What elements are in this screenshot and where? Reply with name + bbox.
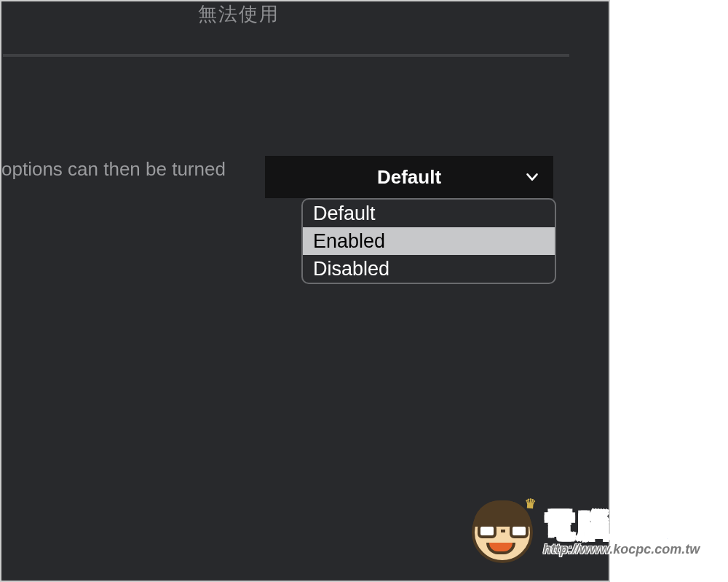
watermark-title: 電腦王阿達 <box>543 509 711 541</box>
option-enabled[interactable]: Enabled <box>303 227 555 255</box>
option-select-button[interactable]: Default <box>265 156 553 198</box>
section-divider <box>3 54 569 57</box>
watermark-url: http://www.kocpc.com.tw <box>543 543 711 556</box>
settings-panel: 無法使用 options can then be turned Default … <box>0 0 610 582</box>
status-unavailable-label: 無法使用 <box>198 1 280 27</box>
option-select-dropdown: Default Enabled Disabled <box>301 198 556 284</box>
watermark-mascot-icon: ♛ <box>467 498 537 567</box>
option-select-value: Default <box>377 166 441 189</box>
chevron-down-icon <box>524 169 540 185</box>
page-right-margin <box>612 1 728 581</box>
option-description-fragment: options can then be turned <box>1 158 226 181</box>
option-default[interactable]: Default <box>303 200 555 227</box>
option-select: Default Default Enabled Disabled <box>265 156 553 284</box>
option-disabled[interactable]: Disabled <box>303 255 555 283</box>
source-watermark: ♛ 電腦王阿達 http://www.kocpc.com.tw <box>467 496 711 569</box>
